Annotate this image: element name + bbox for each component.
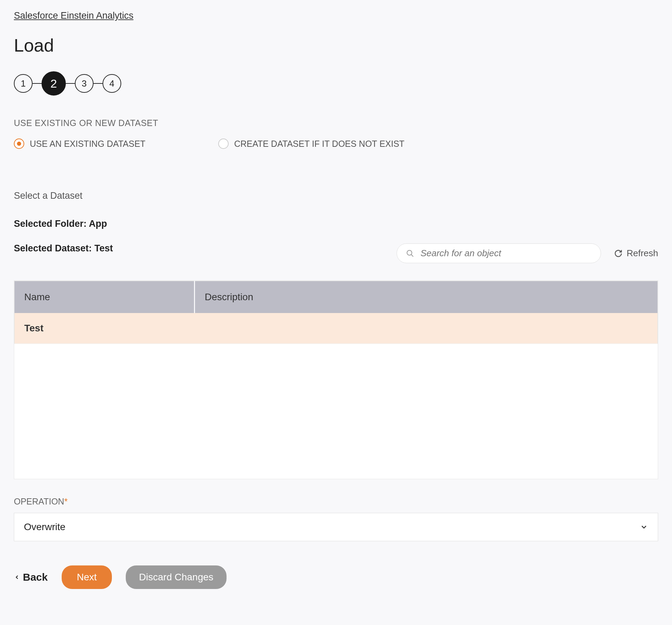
page-title: Load (14, 35, 658, 56)
table-empty-area (14, 344, 658, 479)
back-label: Back (23, 571, 48, 583)
refresh-button[interactable]: Refresh (614, 248, 658, 259)
svg-point-0 (407, 250, 412, 255)
dataset-mode-label: USE EXISTING OR NEW DATASET (14, 118, 658, 128)
step-connector (66, 83, 75, 84)
required-star-icon: * (64, 497, 68, 506)
search-box[interactable] (397, 243, 601, 263)
footer-buttons: Back Next Discard Changes (14, 565, 658, 589)
next-button[interactable]: Next (62, 565, 112, 589)
breadcrumb[interactable]: Salesforce Einstein Analytics (14, 10, 133, 21)
step-connector (94, 83, 103, 84)
step-4[interactable]: 4 (103, 74, 121, 93)
operation-label: OPERATION* (14, 497, 658, 507)
selected-folder: Selected Folder: App (14, 218, 658, 229)
radio-label: CREATE DATASET IF IT DOES NOT EXIST (234, 139, 405, 149)
back-button[interactable]: Back (14, 571, 48, 583)
step-2[interactable]: 2 (42, 71, 66, 96)
dataset-mode-radio-group: USE AN EXISTING DATASET CREATE DATASET I… (14, 139, 658, 149)
svg-line-1 (411, 255, 413, 257)
cell-name: Test (15, 313, 195, 344)
radio-use-existing[interactable]: USE AN EXISTING DATASET (14, 139, 145, 149)
operation-select[interactable]: Overwrite (14, 513, 658, 541)
radio-create-if-not-exist[interactable]: CREATE DATASET IF IT DOES NOT EXIST (218, 139, 405, 149)
operation-value: Overwrite (24, 521, 65, 533)
chevron-left-icon (14, 574, 20, 580)
refresh-label: Refresh (627, 248, 658, 259)
stepper: 1 2 3 4 (14, 71, 658, 96)
step-3[interactable]: 3 (75, 74, 94, 93)
step-connector (33, 83, 42, 84)
chevron-down-icon (640, 523, 648, 531)
discard-button[interactable]: Discard Changes (126, 565, 227, 589)
radio-label: USE AN EXISTING DATASET (30, 139, 145, 149)
cell-description (194, 313, 657, 344)
search-input[interactable] (421, 248, 592, 259)
col-header-description[interactable]: Description (194, 281, 657, 313)
radio-button-icon (218, 139, 229, 149)
step-1[interactable]: 1 (14, 74, 33, 93)
dataset-table: Name Description Test (14, 280, 658, 479)
col-header-name[interactable]: Name (15, 281, 195, 313)
table-row[interactable]: Test (15, 313, 658, 344)
select-dataset-label: Select a Dataset (14, 190, 658, 201)
search-icon (406, 249, 414, 258)
radio-button-icon (14, 139, 24, 149)
refresh-icon (614, 249, 622, 258)
